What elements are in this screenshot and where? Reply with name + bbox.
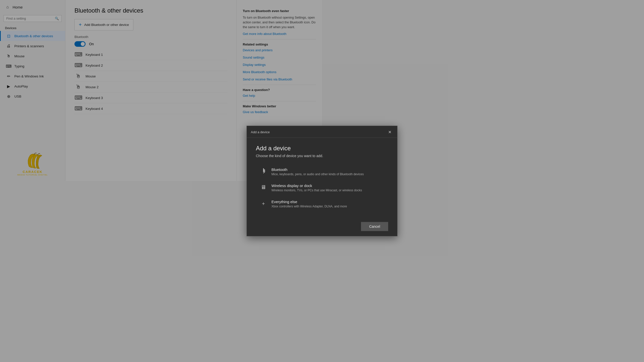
add-device-dialog: Add a device ✕ Add a device Choose the k… (247, 126, 322, 181)
dialog-subtitle: Choose the kind of device you want to ad… (256, 154, 322, 158)
dialog-title-text: Add a device (251, 130, 270, 134)
dialog-body: Add a device Choose the kind of device y… (247, 138, 322, 181)
dialog-overlay: Add a device ✕ Add a device Choose the k… (0, 0, 322, 181)
bluetooth-option-icon (260, 168, 267, 175)
bluetooth-option-desc: Mice, keyboards, pens, or audio and othe… (271, 172, 322, 176)
dialog-heading: Add a device (256, 145, 322, 152)
dialog-titlebar: Add a device ✕ (247, 126, 322, 138)
bluetooth-option-name: Bluetooth (271, 167, 322, 172)
bluetooth-option[interactable]: ⨯ Bluetooth Mice, keyboards, pens, or au… (256, 164, 322, 179)
bluetooth-option-text: Bluetooth Mice, keyboards, pens, or audi… (271, 167, 322, 176)
wireless-display-option[interactable]: 🖥 Wireless display or dock Wireless moni… (256, 180, 322, 181)
